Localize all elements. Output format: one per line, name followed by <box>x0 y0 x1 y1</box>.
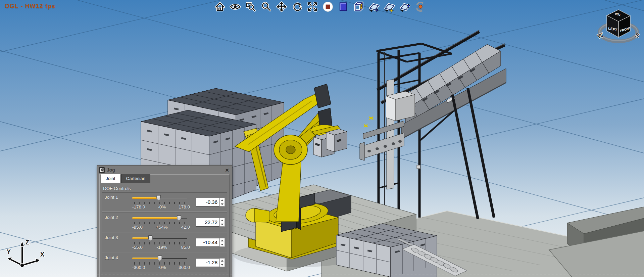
joint-4-label: Joint 4 <box>105 254 132 260</box>
joint-3-spin-up[interactable] <box>219 238 225 242</box>
workspace-box-icon[interactable] <box>353 1 364 12</box>
toolbar <box>214 1 426 12</box>
selection-marker[interactable] <box>417 165 420 169</box>
joint-1-spin-down[interactable] <box>219 202 225 206</box>
viewport-dotted-divider <box>0 275 644 275</box>
joint-1-slider-thumb[interactable] <box>156 195 161 201</box>
jog-dialog-titlebar[interactable]: Jog × <box>97 166 232 174</box>
joint-1-value[interactable]: -0.36 <box>196 198 219 206</box>
rotate-view-icon[interactable] <box>291 1 303 12</box>
joint-3-value[interactable]: -10.44 <box>196 238 219 247</box>
joint-2-spin-down[interactable] <box>219 222 225 226</box>
joint-2-min: -85.0 <box>132 225 143 230</box>
joint-3-spin-down[interactable] <box>219 242 225 246</box>
joint-1-slider-ticks <box>134 202 185 204</box>
joint-2-max: 42.0 <box>181 225 190 230</box>
joint-4-spin-up[interactable] <box>219 259 225 263</box>
joint-4-percent: -0% <box>158 265 166 270</box>
view-plane-z-icon[interactable] <box>399 1 411 12</box>
compass-south-label[interactable]: S <box>634 32 640 39</box>
jog-dialog-title: Jog <box>107 167 224 173</box>
close-icon[interactable]: × <box>224 167 230 173</box>
joint-3-percent: -19% <box>156 245 167 250</box>
gear-icon <box>99 167 105 173</box>
application-window: OGL - HW12 fps <box>0 0 644 277</box>
tab-cartesian[interactable]: Cartesian <box>121 174 151 183</box>
joint-3-slider-ticks <box>134 242 185 244</box>
joint-1-spin-up[interactable] <box>219 198 225 202</box>
jog-dialog: Jog × Joint Cartesian DOF Controls Joint… <box>97 165 232 277</box>
joint-2-slider[interactable] <box>132 215 187 221</box>
joint-3-max: 85.0 <box>181 245 190 250</box>
fps-label: OGL - HW12 fps <box>5 3 55 10</box>
joint-2-slider-thumb[interactable] <box>177 215 181 221</box>
rotation-center-icon[interactable] <box>415 1 426 12</box>
joint-2-slider-ticks <box>134 222 185 224</box>
joint-4-slider-thumb[interactable] <box>158 256 162 261</box>
axis-x-label: X <box>40 251 44 258</box>
eye-icon[interactable] <box>230 1 241 12</box>
joint-1-slider[interactable] <box>132 195 187 201</box>
home-icon[interactable] <box>214 1 226 12</box>
joint-3-row: Joint 3 -55.0 -19% 85.0 -10.44 <box>102 233 227 252</box>
joint-4-slider[interactable] <box>132 256 187 261</box>
view-plane-y-icon[interactable] <box>384 1 395 12</box>
jog-tabs: Joint Cartesian <box>101 174 228 183</box>
pan-icon[interactable] <box>276 1 287 12</box>
joint-4-row: Joint 4 -360.0 -0% 360.0 -1.28 <box>102 253 227 272</box>
joint-4-value[interactable]: -1.28 <box>196 258 219 267</box>
joint-1-max: 178.0 <box>179 204 190 210</box>
joint-3-slider-thumb[interactable] <box>148 235 153 241</box>
joint-2-spin-up[interactable] <box>219 218 225 222</box>
zoom-window-icon[interactable] <box>245 1 256 12</box>
tab-joint[interactable]: Joint <box>101 174 120 183</box>
zoom-icon[interactable] <box>260 1 272 12</box>
axis-z-label: Z <box>26 239 29 246</box>
joint-1-label: Joint 1 <box>105 193 132 200</box>
blue-plane-view-icon[interactable] <box>338 1 349 12</box>
joint-4-min: -360.0 <box>132 265 145 270</box>
joint-1-percent: -0% <box>158 204 166 210</box>
joint-1-row: Joint 1 -178.0 -0% 178.0 -0.36 <box>102 192 227 212</box>
joint-4-max: 360.0 <box>179 265 190 270</box>
joint-3-slider[interactable] <box>132 235 187 241</box>
jog-dialog-panel: Joint Cartesian DOF Controls Joint 1 -17… <box>99 174 230 277</box>
zoom-extents-icon[interactable] <box>307 1 318 12</box>
stop-record-icon[interactable] <box>322 1 334 12</box>
joint-1-min: -178.0 <box>132 204 145 210</box>
axis-y-label: Y <box>7 248 11 255</box>
dof-controls-title: DOF Controls <box>103 186 227 191</box>
joint-4-slider-ticks <box>134 262 185 265</box>
joint-2-row: Joint 2 -85.0 +54% 42.0 22.72 <box>102 213 227 232</box>
joint-3-label: Joint 3 <box>105 234 132 240</box>
view-plane-x-icon[interactable] <box>368 1 380 12</box>
joint-2-label: Joint 2 <box>105 214 132 220</box>
joint-3-min: -55.0 <box>132 245 143 250</box>
axis-triad: Z Y X <box>5 234 49 274</box>
view-cube[interactable]: W S TOP LEFT FRONT <box>593 5 644 46</box>
joint-2-value[interactable]: 22.72 <box>196 218 219 227</box>
joint-4-spin-down[interactable] <box>219 263 225 267</box>
joint-2-percent: +54% <box>156 225 168 230</box>
